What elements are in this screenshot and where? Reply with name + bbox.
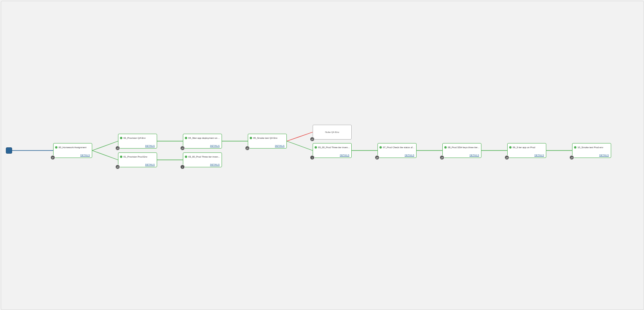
node-header: 09_3 tier app on Prod xyxy=(508,143,546,150)
status-dot-icon xyxy=(379,146,382,149)
node-title: Nuke QA Env xyxy=(313,125,351,139)
node-type-badge: JT xyxy=(310,137,315,142)
edge xyxy=(92,141,118,151)
node-type-badge: P xyxy=(50,155,55,160)
node-type-badge: I xyxy=(180,165,185,169)
node-type-badge: JT xyxy=(569,155,574,160)
status-dot-icon xyxy=(574,146,576,149)
edge xyxy=(287,132,313,141)
details-link[interactable]: DETAILS xyxy=(469,154,479,156)
node-title: 08_Prod SSH keys three tier... xyxy=(448,146,479,149)
node-type-badge: JT xyxy=(115,165,120,169)
details-link[interactable]: DETAILS xyxy=(210,163,220,166)
node-title: 04_3tier app deployment on ... xyxy=(188,137,220,139)
node-header: 03_00_Prod Three tier inven... xyxy=(183,153,222,159)
node-title: 10_Smoke test Prod env xyxy=(578,146,603,149)
node-title: 01_Provision Prod Env xyxy=(123,156,147,158)
node-title: 07_Prod Check the status of... xyxy=(383,146,415,149)
node-type-badge: JT xyxy=(440,155,444,160)
status-dot-icon xyxy=(315,146,317,149)
workflow-node[interactable]: 07_Prod Check the status of...DETAILS xyxy=(377,143,417,158)
workflow-node[interactable]: 00_Homework AssignmentDETAILS xyxy=(53,143,92,158)
node-header: 07_Prod Check the status of... xyxy=(378,143,416,150)
node-title: 03_00_Prod Three tier inven... xyxy=(318,146,350,149)
node-type-badge: JT xyxy=(504,155,509,160)
node-header: 03_00_Prod Three tier inven... xyxy=(313,143,351,150)
node-title: 00_Homework Assignment xyxy=(59,146,86,149)
workflow-node[interactable]: 09_3 tier app on ProdDETAILS xyxy=(507,143,546,158)
node-header: 05_Smoke test QA Env xyxy=(248,134,286,141)
node-header: 02_Provision QA Env xyxy=(118,134,157,141)
workflow-node[interactable]: 05_Smoke test QA EnvDETAILS xyxy=(248,134,287,149)
edge xyxy=(92,151,118,160)
status-dot-icon xyxy=(250,137,252,139)
node-title: 09_3 tier app on Prod xyxy=(513,146,535,149)
details-link[interactable]: DETAILS xyxy=(599,154,609,156)
node-title: 05_Smoke test QA Env xyxy=(253,137,277,139)
status-dot-icon xyxy=(120,156,122,158)
workflow-node[interactable]: 02_Provision QA EnvDETAILS xyxy=(118,134,157,149)
details-link[interactable]: DETAILS xyxy=(210,145,220,147)
node-type-badge: JT xyxy=(245,146,250,151)
workflow-node[interactable]: 10_Smoke test Prod envDETAILS xyxy=(572,143,611,158)
node-type-badge: I xyxy=(310,155,315,160)
node-title: 03_00_Prod Three tier inven... xyxy=(188,156,220,158)
workflow-node[interactable]: Nuke QA Env xyxy=(313,125,352,140)
workflow-node[interactable]: 08_Prod SSH keys three tier...DETAILS xyxy=(442,143,481,158)
details-link[interactable]: DETAILS xyxy=(275,145,284,147)
edge xyxy=(287,141,313,151)
status-dot-icon xyxy=(120,137,122,139)
workflow-node[interactable]: 01_Provision Prod EnvDETAILS xyxy=(118,152,157,167)
details-link[interactable]: DETAILS xyxy=(404,154,414,156)
details-link[interactable]: DETAILS xyxy=(145,163,155,166)
details-link[interactable]: DETAILS xyxy=(534,154,544,156)
node-header: 10_Smoke test Prod env xyxy=(572,143,611,150)
status-dot-icon xyxy=(185,137,187,139)
status-dot-icon xyxy=(185,156,187,158)
node-type-badge: JT xyxy=(115,146,120,151)
details-link[interactable]: DETAILS xyxy=(340,154,349,156)
status-dot-icon xyxy=(509,146,512,149)
details-link[interactable]: DETAILS xyxy=(80,154,90,156)
node-title: 02_Provision QA Env xyxy=(123,137,146,139)
node-header: 04_3tier app deployment on ... xyxy=(183,134,222,141)
status-dot-icon xyxy=(55,146,57,149)
workflow-canvas[interactable]: 00_Homework AssignmentDETAILSP02_Provisi… xyxy=(1,1,644,310)
node-header: 08_Prod SSH keys three tier... xyxy=(443,143,481,150)
node-header: 00_Homework Assignment xyxy=(54,143,92,150)
node-header: 01_Provision Prod Env xyxy=(118,153,157,159)
node-type-badge: JT xyxy=(180,146,185,151)
start-node[interactable] xyxy=(6,147,12,154)
workflow-node[interactable]: 03_00_Prod Three tier inven...DETAILS xyxy=(183,152,222,167)
status-dot-icon xyxy=(444,146,447,149)
workflow-node[interactable]: 04_3tier app deployment on ...DETAILS xyxy=(183,134,222,149)
node-type-badge: JT xyxy=(375,155,379,160)
details-link[interactable]: DETAILS xyxy=(145,145,155,147)
workflow-node[interactable]: 03_00_Prod Three tier inven...DETAILS xyxy=(313,143,352,158)
